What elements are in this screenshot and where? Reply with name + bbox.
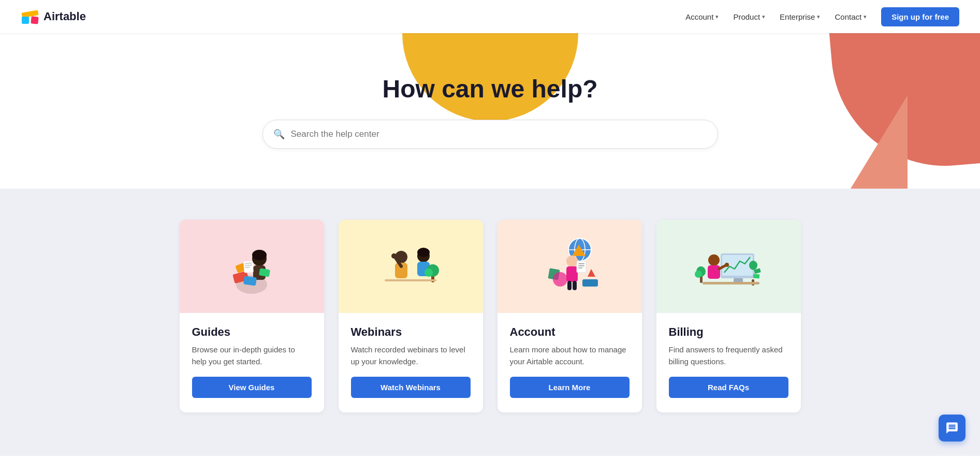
nav-enterprise[interactable]: Enterprise ▾ <box>773 8 826 25</box>
svg-rect-31 <box>566 266 578 282</box>
chevron-down-icon: ▾ <box>817 13 820 20</box>
account-card-title: Account <box>510 325 630 339</box>
svg-rect-35 <box>578 263 584 264</box>
logo[interactable]: Airtable <box>21 7 86 26</box>
billing-card: Billing Find answers to frequently asked… <box>656 220 801 412</box>
svg-point-52 <box>695 270 702 278</box>
svg-rect-8 <box>243 276 257 286</box>
webinars-card-title: Webinars <box>351 325 471 339</box>
svg-point-30 <box>566 255 578 267</box>
webinars-illustration <box>374 230 447 303</box>
svg-rect-41 <box>582 279 598 287</box>
svg-point-18 <box>391 253 397 259</box>
webinars-card-image <box>339 220 483 313</box>
billing-card-title: Billing <box>669 325 788 339</box>
signup-button[interactable]: Sign up for free <box>881 7 959 26</box>
svg-point-20 <box>417 248 430 257</box>
account-card: Account Learn more about how to manage y… <box>498 220 642 412</box>
hero-content: How can we help? 🔍 <box>0 33 980 149</box>
guides-card-body: Guides Browse our in-depth guides to hel… <box>180 313 324 412</box>
chevron-down-icon: ▾ <box>715 13 719 20</box>
billing-card-body: Billing Find answers to frequently asked… <box>656 313 801 412</box>
svg-rect-36 <box>578 265 584 266</box>
guides-card-button[interactable]: View Guides <box>192 377 312 398</box>
svg-point-56 <box>749 261 757 270</box>
svg-point-46 <box>708 254 720 266</box>
search-bar: 🔍 <box>262 120 718 149</box>
svg-rect-25 <box>385 279 436 281</box>
nav-contact[interactable]: Contact ▾ <box>828 8 873 25</box>
account-card-desc: Learn more about how to manage your Airt… <box>510 344 630 367</box>
svg-point-5 <box>252 250 267 260</box>
chat-button[interactable] <box>939 415 966 441</box>
guides-card-image <box>180 220 324 313</box>
cards-section: Guides Browse our in-depth guides to hel… <box>0 189 980 454</box>
svg-rect-57 <box>703 282 759 284</box>
cards-grid: Guides Browse our in-depth guides to hel… <box>180 220 801 412</box>
webinars-card: Webinars Watch recorded webinars to leve… <box>339 220 483 412</box>
account-card-button[interactable]: Learn More <box>510 377 630 398</box>
svg-marker-39 <box>588 269 595 277</box>
guides-card-title: Guides <box>192 325 312 339</box>
svg-rect-1 <box>22 17 29 24</box>
svg-rect-32 <box>567 281 572 290</box>
account-card-body: Account Learn more about how to manage y… <box>498 313 642 412</box>
svg-point-49 <box>725 263 729 267</box>
svg-rect-34 <box>577 261 586 273</box>
chevron-down-icon: ▾ <box>762 13 765 20</box>
guides-card-desc: Browse our in-depth guides to help you g… <box>192 344 312 367</box>
svg-rect-37 <box>578 267 582 268</box>
billing-card-desc: Find answers to frequently asked billing… <box>669 344 788 367</box>
svg-point-40 <box>553 272 567 287</box>
search-input[interactable] <box>291 129 707 139</box>
airtable-logo-icon <box>21 7 39 26</box>
webinars-card-body: Webinars Watch recorded webinars to leve… <box>339 313 483 412</box>
navbar: Airtable Account ▾ Product ▾ Enterprise … <box>0 0 980 33</box>
svg-rect-33 <box>573 281 577 290</box>
nav-product[interactable]: Product ▾ <box>727 8 771 25</box>
svg-rect-2 <box>31 16 38 24</box>
svg-rect-54 <box>753 274 760 278</box>
webinars-card-button[interactable]: Watch Webinars <box>351 377 471 398</box>
chat-icon <box>945 421 959 435</box>
billing-card-image <box>656 220 801 313</box>
hero-section: How can we help? 🔍 <box>0 33 980 189</box>
guides-card: Guides Browse our in-depth guides to hel… <box>180 220 324 412</box>
search-icon: 🔍 <box>273 129 285 140</box>
billing-illustration <box>692 230 765 303</box>
hero-title: How can we help? <box>382 75 597 103</box>
svg-rect-47 <box>708 265 720 279</box>
nav-account[interactable]: Account ▾ <box>679 8 725 25</box>
guides-illustration <box>215 230 288 303</box>
chevron-down-icon: ▾ <box>864 13 867 20</box>
nav-links: Account ▾ Product ▾ Enterprise ▾ Contact… <box>679 7 959 26</box>
webinars-card-desc: Watch recorded webinars to level up your… <box>351 344 471 367</box>
svg-point-24 <box>425 268 433 277</box>
billing-card-button[interactable]: Read FAQs <box>669 377 788 398</box>
logo-text: Airtable <box>43 10 86 23</box>
account-card-image <box>498 220 642 313</box>
svg-rect-44 <box>734 278 743 282</box>
account-illustration <box>533 230 606 303</box>
